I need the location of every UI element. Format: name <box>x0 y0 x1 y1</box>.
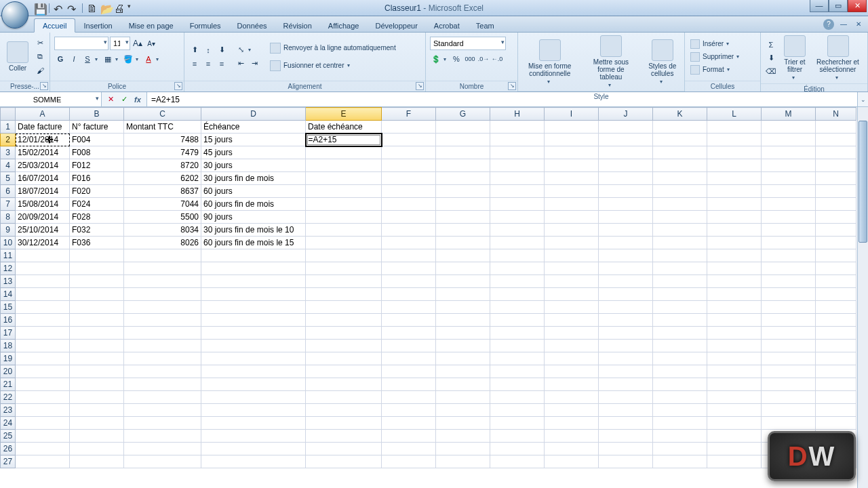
cell-D11[interactable] <box>201 249 306 262</box>
cell-E16[interactable] <box>306 314 382 327</box>
cell-H10[interactable] <box>490 237 545 249</box>
cell-C17[interactable] <box>124 327 201 340</box>
cell-J9[interactable] <box>599 224 653 237</box>
cell-K15[interactable] <box>653 301 707 314</box>
cell-K21[interactable] <box>653 378 707 391</box>
cell-K6[interactable] <box>653 185 707 198</box>
confirm-edit-icon[interactable]: ✓ <box>118 94 130 106</box>
row-header-27[interactable]: 27 <box>1 455 16 468</box>
cell-K8[interactable] <box>653 211 707 224</box>
cell-L3[interactable] <box>707 146 762 159</box>
tab-insertion[interactable]: Insertion <box>75 19 120 32</box>
underline-button[interactable]: S <box>81 53 94 65</box>
cell-L13[interactable] <box>707 275 762 288</box>
align-top-icon[interactable]: ⬆ <box>189 44 201 56</box>
cell-L14[interactable] <box>707 288 762 301</box>
open-icon[interactable]: 📂 <box>100 3 111 14</box>
cell-A2[interactable]: 12/01/2014✛ <box>16 134 70 146</box>
cell-J22[interactable] <box>599 391 653 404</box>
shrink-font-icon[interactable]: A▾ <box>145 37 157 49</box>
cell-M21[interactable] <box>762 378 816 391</box>
cell-L26[interactable] <box>707 443 762 455</box>
cell-A27[interactable] <box>16 455 70 468</box>
cell-B10[interactable]: F036 <box>70 237 124 249</box>
row-header-13[interactable]: 13 <box>1 275 16 288</box>
cell-B27[interactable] <box>70 455 124 468</box>
cell-G10[interactable] <box>436 237 490 249</box>
cell-C5[interactable]: 6202 <box>124 172 201 185</box>
cell-I14[interactable] <box>545 288 599 301</box>
cell-H8[interactable] <box>490 211 545 224</box>
cell-I5[interactable] <box>545 172 599 185</box>
cell-B2[interactable]: F004 <box>70 134 124 146</box>
cell-G24[interactable] <box>436 417 490 430</box>
cell-D19[interactable] <box>201 352 306 365</box>
cell-M3[interactable] <box>762 146 816 159</box>
cell-K10[interactable] <box>653 237 707 249</box>
row-header-5[interactable]: 5 <box>1 172 16 185</box>
cell-C12[interactable] <box>124 262 201 275</box>
font-name-combo[interactable] <box>54 37 108 50</box>
cell-L23[interactable] <box>707 404 762 417</box>
redo-icon[interactable]: ↷ <box>67 3 78 14</box>
cell-D18[interactable] <box>201 340 306 352</box>
cell-N20[interactable] <box>816 365 856 378</box>
cell-D8[interactable]: 90 jours <box>201 211 306 224</box>
tab-développeur[interactable]: Développeur <box>367 19 425 32</box>
cell-D9[interactable]: 30 jours fin de mois le 10 <box>201 224 306 237</box>
cell-A23[interactable] <box>16 404 70 417</box>
cell-F23[interactable] <box>382 404 436 417</box>
cell-F20[interactable] <box>382 365 436 378</box>
cell-K16[interactable] <box>653 314 707 327</box>
cell-N16[interactable] <box>816 314 856 327</box>
cell-C22[interactable] <box>124 391 201 404</box>
maximize-button[interactable]: ▭ <box>829 0 848 12</box>
cell-I11[interactable] <box>545 249 599 262</box>
cell-I25[interactable] <box>545 430 599 443</box>
sort-filter-button[interactable]: Trier et filtrer▾ <box>781 34 808 82</box>
cell-N14[interactable] <box>816 288 856 301</box>
font-size-combo[interactable] <box>110 37 130 50</box>
cell-F25[interactable] <box>382 430 436 443</box>
cell-A9[interactable]: 25/10/2014 <box>16 224 70 237</box>
cell-B21[interactable] <box>70 378 124 391</box>
cell-D20[interactable] <box>201 365 306 378</box>
column-header-M[interactable]: M <box>762 108 816 121</box>
cell-H12[interactable] <box>490 262 545 275</box>
tab-accueil[interactable]: Accueil <box>34 18 75 33</box>
cell-E1[interactable]: Date échéance <box>306 121 382 134</box>
cell-L8[interactable] <box>707 211 762 224</box>
cell-B4[interactable]: F012 <box>70 159 124 172</box>
cell-M23[interactable] <box>762 404 816 417</box>
cell-L19[interactable] <box>707 352 762 365</box>
cell-E21[interactable] <box>306 378 382 391</box>
cell-J2[interactable] <box>599 134 653 146</box>
cell-E2[interactable]: =A2+15 <box>306 134 382 146</box>
cell-E19[interactable] <box>306 352 382 365</box>
cell-H1[interactable] <box>490 121 545 134</box>
cell-B25[interactable] <box>70 430 124 443</box>
cell-C3[interactable]: 7479 <box>124 146 201 159</box>
cell-N18[interactable] <box>816 340 856 352</box>
row-header-23[interactable]: 23 <box>1 404 16 417</box>
cell-N21[interactable] <box>816 378 856 391</box>
cell-A14[interactable] <box>16 288 70 301</box>
cell-J27[interactable] <box>599 455 653 468</box>
cell-H25[interactable] <box>490 430 545 443</box>
cell-I2[interactable] <box>545 134 599 146</box>
cell-H16[interactable] <box>490 314 545 327</box>
cell-M9[interactable] <box>762 224 816 237</box>
cell-D16[interactable] <box>201 314 306 327</box>
cell-I18[interactable] <box>545 340 599 352</box>
cell-G1[interactable] <box>436 121 490 134</box>
cell-E15[interactable] <box>306 301 382 314</box>
cell-I16[interactable] <box>545 314 599 327</box>
cell-J16[interactable] <box>599 314 653 327</box>
cell-C20[interactable] <box>124 365 201 378</box>
column-header-H[interactable]: H <box>490 108 545 121</box>
cell-D10[interactable]: 60 jours fin de mois le 15 <box>201 237 306 249</box>
cell-I15[interactable] <box>545 301 599 314</box>
cell-G26[interactable] <box>436 443 490 455</box>
cell-F26[interactable] <box>382 443 436 455</box>
cell-H5[interactable] <box>490 172 545 185</box>
